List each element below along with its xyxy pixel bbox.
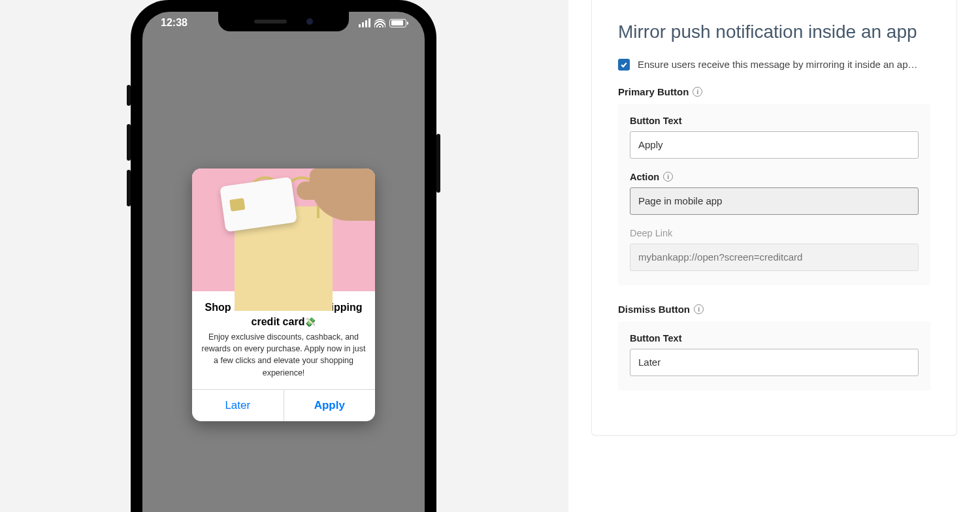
inapp-primary-button[interactable]: Apply — [284, 390, 376, 421]
settings-pane: Mirror push notification inside an app E… — [568, 0, 980, 512]
cellular-icon — [359, 18, 370, 27]
inapp-modal-description: Enjoy exclusive discounts, cashback, and… — [201, 331, 366, 379]
phone-screen: 12:38 Shop smarter with our shipping cre… — [142, 12, 425, 512]
dismiss-button-header: Dismiss Button i — [618, 304, 930, 315]
mirror-checkbox[interactable] — [618, 59, 630, 71]
primary-button-card: Button Text Action i Page in mobile app … — [618, 104, 930, 285]
status-time: 12:38 — [161, 17, 188, 29]
mirror-checkbox-row[interactable]: Ensure users receive this message by mir… — [618, 59, 930, 71]
phone-power-button — [436, 134, 440, 193]
primary-text-label: Button Text — [630, 116, 919, 126]
dismiss-text-label: Button Text — [630, 333, 919, 344]
check-icon — [620, 61, 628, 69]
inapp-modal-image — [192, 168, 375, 291]
info-icon[interactable]: i — [694, 304, 704, 314]
phone-preview-pane: 12:38 Shop smarter with our shipping cre… — [0, 0, 568, 512]
mirror-checkbox-label: Ensure users receive this message by mir… — [638, 59, 918, 70]
money-emoji-icon: 💸 — [304, 317, 316, 327]
deeplink-label: Deep Link — [630, 228, 919, 238]
primary-button-header: Primary Button i — [618, 86, 930, 97]
info-icon[interactable]: i — [693, 87, 702, 97]
phone-volume-up — [127, 124, 131, 161]
primary-text-input[interactable] — [630, 131, 919, 159]
battery-icon — [389, 19, 406, 27]
section-title: Mirror push notification inside an app — [618, 20, 930, 44]
wifi-icon — [374, 19, 385, 27]
status-bar: 12:38 — [142, 17, 425, 29]
phone-mute-switch — [127, 85, 131, 106]
settings-card: Mirror push notification inside an app E… — [591, 0, 957, 436]
dismiss-text-input[interactable] — [630, 349, 919, 376]
info-icon[interactable]: i — [663, 172, 673, 182]
inapp-dismiss-button[interactable]: Later — [192, 390, 284, 421]
dismiss-button-card: Button Text — [618, 321, 930, 391]
phone-frame: 12:38 Shop smarter with our shipping cre… — [131, 0, 436, 512]
inapp-modal: Shop smarter with our shipping credit ca… — [192, 168, 375, 421]
primary-action-select[interactable]: Page in mobile app — [630, 187, 919, 215]
phone-volume-down — [127, 170, 131, 206]
deeplink-input — [630, 244, 919, 271]
primary-action-label: Action i — [630, 172, 919, 182]
